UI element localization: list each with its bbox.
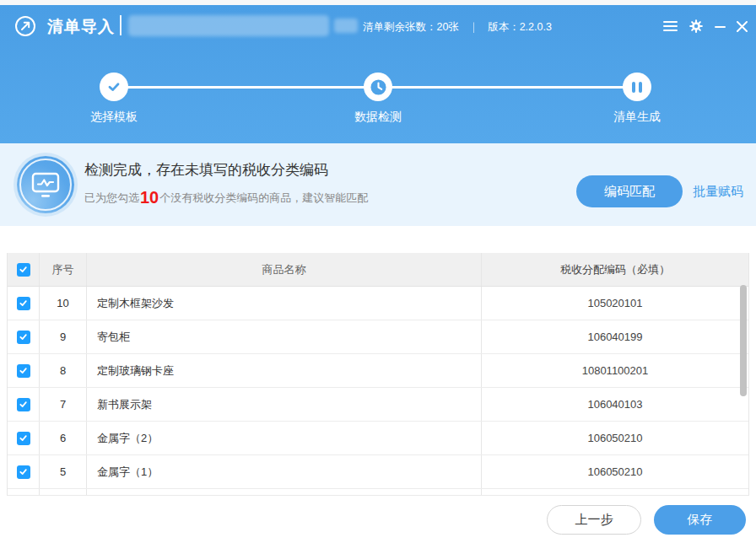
monitor-pulse-icon (17, 156, 74, 213)
row-product-name: 新书展示架 (87, 388, 482, 421)
redacted-company-name (128, 15, 329, 36)
save-button[interactable]: 保存 (654, 505, 746, 535)
row-checkbox[interactable] (17, 297, 30, 310)
row-tax-code: 10801100201 (482, 354, 748, 387)
row-index: 6 (40, 422, 87, 454)
table-row[interactable]: 4 定制书桌（2） 105020101 (8, 489, 748, 496)
row-product-name: 寄包柜 (87, 320, 482, 353)
row-index: 4 (40, 489, 87, 496)
row-index: 8 (40, 354, 87, 387)
row-index: 10 (40, 287, 87, 320)
row-product-name: 金属字（1） (87, 455, 482, 488)
header-index: 序号 (40, 253, 87, 286)
step-circle-datacheck-clock-icon (364, 73, 392, 101)
row-checkbox[interactable] (17, 465, 30, 479)
row-product-name: 定制书桌（2） (87, 489, 482, 496)
row-checkbox[interactable] (17, 398, 30, 411)
step-circle-template-check-icon (100, 73, 128, 101)
step-label-select-template: 选择模板 (72, 110, 156, 125)
title-separator (120, 15, 122, 35)
version-label: 版本：2.2.0.3 (488, 20, 552, 35)
code-match-button[interactable]: 编码匹配 (576, 175, 683, 207)
row-index: 7 (40, 388, 87, 421)
row-checkbox[interactable] (17, 331, 30, 344)
table-row[interactable]: 10 定制木框架沙发 105020101 (8, 287, 748, 320)
vertical-scrollbar-thumb[interactable] (740, 285, 747, 396)
header-tax-code: 税收分配编码（必填） (482, 253, 748, 286)
table-row[interactable]: 7 新书展示架 106040103 (8, 388, 748, 422)
app-title: 清单导入 (47, 16, 115, 38)
table-header-row: 序号 商品名称 税收分配编码（必填） (8, 253, 748, 287)
minimize-icon[interactable] (715, 21, 726, 32)
redacted-chip (334, 19, 358, 33)
subtitle-suffix: 个没有税收分类编码的商品，建议智能匹配 (159, 191, 368, 204)
app-logo-circular-arrow-icon (14, 14, 37, 38)
gear-icon[interactable] (688, 19, 704, 34)
row-checkbox[interactable] (17, 432, 30, 445)
header-info: 清单剩余张数：20张 ｜ 版本：2.2.0.3 (363, 20, 552, 35)
step-circle-generate-pause-icon (623, 73, 651, 101)
row-tax-code: 106050210 (482, 422, 748, 454)
row-tax-code: 106040199 (482, 320, 748, 353)
table-row[interactable]: 8 定制玻璃钢卡座 10801100201 (8, 354, 748, 388)
detection-result-banner: 检测完成，存在未填写的税收分类编码 已为您勾选10个没有税收分类编码的商品，建议… (0, 143, 756, 226)
select-all-checkbox[interactable] (17, 263, 30, 277)
row-index: 5 (40, 455, 87, 488)
product-code-table: 序号 商品名称 税收分配编码（必填） 10 定制木框架沙发 105020101 … (7, 253, 749, 496)
row-index: 9 (40, 320, 87, 353)
table-row[interactable]: 9 寄包柜 106040199 (8, 320, 748, 354)
previous-step-button[interactable]: 上一步 (547, 505, 641, 535)
step-label-list-generate: 清单生成 (595, 110, 679, 125)
row-tax-code: 106040103 (482, 388, 748, 421)
row-product-name: 定制玻璃钢卡座 (87, 354, 482, 387)
row-tax-code: 106050210 (482, 455, 748, 488)
row-tax-code: 105020101 (482, 287, 748, 320)
table-row[interactable]: 5 金属字（1） 106050210 (8, 455, 748, 489)
close-icon[interactable] (737, 21, 748, 32)
table-row[interactable]: 6 金属字（2） 106050210 (8, 422, 748, 455)
detection-result-subtitle: 已为您勾选10个没有税收分类编码的商品，建议智能匹配 (84, 187, 368, 206)
remaining-count-label: 清单剩余张数：20张 (363, 20, 459, 35)
subtitle-prefix: 已为您勾选 (84, 191, 139, 204)
detection-result-title: 检测完成，存在未填写的税收分类编码 (84, 160, 328, 180)
row-tax-code: 105020101 (482, 489, 748, 496)
hamburger-menu-icon[interactable] (663, 20, 678, 32)
footer-bar (0, 496, 756, 543)
titlebar-and-stepper: 清单导入 清单剩余张数：20张 ｜ 版本：2.2.0.3 (0, 5, 756, 143)
row-product-name: 金属字（2） (87, 422, 482, 454)
row-checkbox[interactable] (17, 364, 30, 378)
batch-assign-code-link[interactable]: 批量赋码 (693, 184, 743, 200)
unmatched-count: 10 (139, 188, 159, 207)
header-product-name: 商品名称 (87, 253, 482, 286)
row-product-name: 定制木框架沙发 (87, 287, 482, 320)
info-divider: ｜ (468, 20, 478, 35)
step-label-data-check: 数据检测 (336, 110, 420, 125)
